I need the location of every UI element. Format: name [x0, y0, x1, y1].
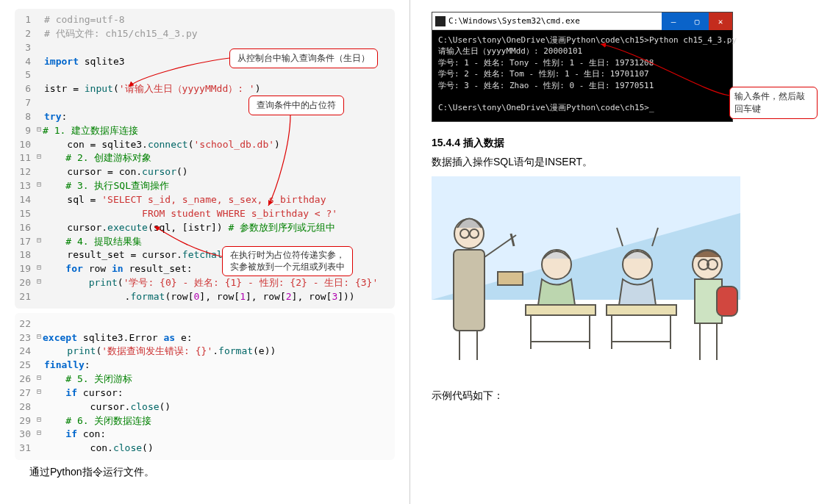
line-number: 8	[15, 110, 37, 124]
code-line: 14 sql = 'SELECT s_id, s_name, s_sex, s_…	[15, 193, 395, 207]
code-line: 13⊟ # 3. 执行SQL查询操作	[15, 179, 395, 193]
line-number: 5	[15, 68, 37, 82]
code-text: # 代码文件: ch15/ch15_4_3.py	[44, 27, 395, 41]
code-text: # 6. 关闭数据连接	[43, 414, 395, 428]
line-number: 30	[15, 428, 37, 442]
line-number: 18	[15, 248, 37, 262]
code-line: 22	[15, 317, 395, 331]
line-number: 20	[15, 276, 37, 290]
line-number: 12	[15, 165, 37, 179]
code-line: 11⊟ # 2. 创建游标对象	[15, 151, 395, 165]
fold-icon: ⊟	[37, 428, 43, 442]
cmd-icon	[435, 16, 446, 26]
svg-rect-26	[717, 287, 737, 316]
callout-text-line1: 在执行时为占位符传递实参，	[230, 250, 345, 260]
line-number: 15	[15, 207, 37, 221]
line-number: 17	[15, 235, 37, 249]
line-number: 16	[15, 221, 37, 235]
svg-line-7	[511, 234, 514, 246]
line-number: 27	[15, 386, 37, 400]
line-number: 1	[15, 13, 37, 27]
code-line: 21 .format(row[0], row[1], row[2], row[3…	[15, 290, 395, 304]
code-text: print('学号: {0} - 姓名: {1} - 性别: {2} - 生日:…	[43, 276, 395, 290]
fold-icon: ⊟	[37, 276, 43, 290]
fold-icon: ⊟	[37, 262, 43, 276]
fold-icon: ⊟	[37, 235, 43, 249]
fold-icon: ⊟	[37, 179, 43, 193]
callout-text: 查询条件中的占位符	[257, 100, 336, 110]
line-number: 11	[15, 151, 37, 165]
svg-rect-12	[526, 305, 596, 315]
line-number: 13	[15, 179, 37, 193]
svg-rect-8	[498, 272, 523, 285]
terminal-body: C:\Users\tony\OneDrive\漫画Python\code\ch1…	[432, 30, 732, 121]
section-text: 数据插入操作SQL语句是INSERT。	[432, 156, 804, 169]
line-number: 6	[15, 82, 37, 96]
fold-icon: ⊟	[37, 151, 43, 165]
code-line: 15 FROM student WHERE s_birthday < ?'	[15, 207, 395, 221]
minimize-button[interactable]: —	[662, 12, 685, 30]
svg-line-17	[617, 228, 623, 246]
left-caption: 通过Python指令运行文件。	[29, 466, 395, 479]
fold-icon: ⊟	[37, 386, 43, 400]
svg-rect-2	[454, 250, 484, 331]
callout-enter: 输入条件，然后敲回车键	[729, 87, 818, 119]
code-line: 12 cursor = con.cursor()	[15, 165, 395, 179]
line-number: 9	[15, 124, 37, 138]
maximize-button[interactable]: ▢	[685, 12, 709, 30]
line-number: 22	[15, 317, 37, 331]
code-text: # coding=utf-8	[44, 13, 395, 27]
line-number: 26	[15, 372, 37, 386]
code-text: .format(row[0], row[1], row[2], row[3]))	[44, 290, 395, 304]
code-text: # 3. 执行SQL查询操作	[43, 179, 395, 193]
line-number: 2	[15, 27, 37, 41]
code-text: cursor.execute(sql, [istr]) # 参数放到序列或元组中	[44, 221, 395, 235]
code-line: 23⊟except sqlite3.Error as e:	[15, 331, 395, 345]
line-number: 4	[15, 55, 37, 69]
code-block-2: 2223⊟except sqlite3.Error as e:24 print(…	[15, 313, 395, 460]
code-line: 27⊟ if cursor:	[15, 386, 395, 400]
code-line: 26⊟ # 5. 关闭游标	[15, 372, 395, 386]
terminal-title-text: C:\Windows\System32\cmd.exe	[448, 16, 580, 26]
code-line: 20⊟ print('学号: {0} - 姓名: {1} - 性别: {2} -…	[15, 276, 395, 290]
window-controls: — ▢ ✕	[662, 12, 732, 30]
close-button[interactable]: ✕	[709, 12, 732, 30]
code-text	[44, 68, 395, 82]
line-number: 19	[15, 262, 37, 276]
code-text: sql = 'SELECT s_id, s_name, s_sex, s_bir…	[44, 193, 395, 207]
line-number: 14	[15, 193, 37, 207]
code-line: 29⊟ # 6. 关闭数据连接	[15, 414, 395, 428]
line-number: 21	[15, 290, 37, 304]
line-number: 29	[15, 414, 37, 428]
fold-icon: ⊟	[37, 414, 43, 428]
callout-exec-param: 在执行时为占位符传递实参， 实参被放到一个元组或列表中	[222, 246, 353, 276]
fold-icon: ⊟	[37, 372, 43, 386]
code-text: # 1. 建立数据库连接	[43, 124, 395, 138]
terminal-titlebar: C:\Windows\System32\cmd.exe — ▢ ✕	[432, 12, 732, 30]
code-line: 25finally:	[15, 359, 395, 372]
terminal-window: C:\Windows\System32\cmd.exe — ▢ ✕ C:\Use…	[432, 12, 733, 122]
callout-text-line2: 实参被放到一个元组或列表中	[230, 262, 345, 272]
line-number: 7	[15, 96, 37, 110]
code-line: 16 cursor.execute(sql, [istr]) # 参数放到序列或…	[15, 221, 395, 235]
code-text: except sqlite3.Error as e:	[43, 331, 395, 345]
line-number: 10	[15, 138, 37, 152]
section-title: 15.4.4 插入数据	[432, 137, 804, 150]
code-text: if con:	[43, 428, 395, 442]
callout-input-condition: 从控制台中输入查询条件（生日）	[229, 48, 378, 68]
line-number: 31	[15, 442, 37, 456]
left-column: 1# coding=utf-82# 代码文件: ch15/ch15_4_3.py…	[0, 0, 410, 504]
code-text: # 2. 创建游标对象	[43, 151, 395, 165]
code-line: 10 con = sqlite3.connect('school_db.db')	[15, 138, 395, 152]
code-text: # 5. 关闭游标	[43, 372, 395, 386]
fold-icon: ⊟	[37, 124, 43, 138]
code-text: cursor.close()	[44, 400, 395, 414]
code-text	[44, 317, 395, 331]
code-line: 1# coding=utf-8	[15, 13, 395, 27]
code-text: print('数据查询发生错误: {}'.format(e))	[44, 345, 395, 359]
code-text: cursor = con.cursor()	[44, 165, 395, 179]
svg-rect-19	[607, 305, 676, 315]
code-text: if cursor:	[43, 386, 395, 400]
right-caption: 示例代码如下：	[432, 389, 804, 403]
code-text: istr = input('请输入生日（yyyyMMdd）: ')	[44, 82, 395, 96]
